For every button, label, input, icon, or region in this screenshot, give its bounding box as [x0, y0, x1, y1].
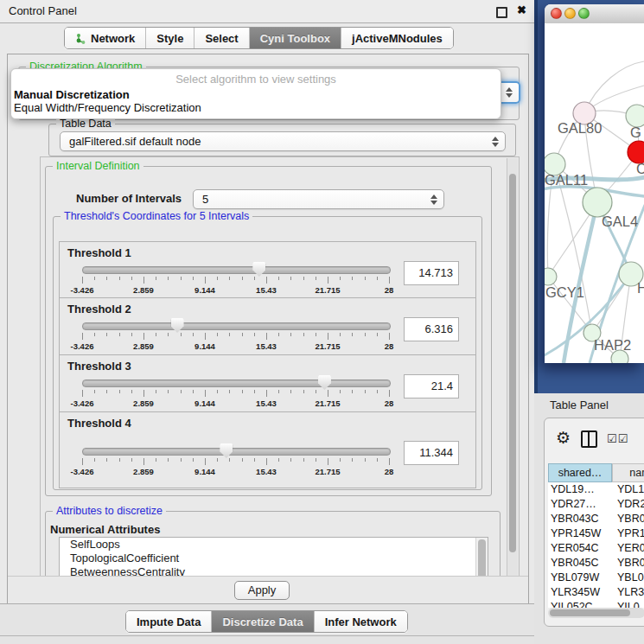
close-icon[interactable]: ✖: [517, 3, 526, 16]
slider-track[interactable]: [82, 448, 391, 456]
algorithm-dropdown-popup: Select algorithm to view settings Manual…: [10, 68, 501, 119]
table-row[interactable]: YPR145WYPR1: [548, 526, 644, 541]
scrollbar-thumb[interactable]: [509, 174, 516, 552]
network-canvas[interactable]: GAL80 G C GAL11 GAL4 GCY1 H HAP2: [545, 23, 644, 363]
slider-handle[interactable]: [220, 443, 233, 458]
cell[interactable]: YDR2: [612, 497, 644, 512]
table-row[interactable]: YDL19…YDL1: [548, 482, 644, 497]
close-traffic-light-icon[interactable]: [551, 8, 562, 19]
checkbox-icons[interactable]: ☑☑: [607, 432, 628, 445]
cell[interactable]: YDL19…: [548, 482, 612, 497]
cell[interactable]: YBL0: [612, 571, 644, 585]
tab-network[interactable]: Network: [65, 28, 145, 48]
tab-select[interactable]: Select: [194, 28, 248, 48]
slider-track[interactable]: [82, 266, 391, 274]
network-icon: [75, 33, 86, 44]
cell[interactable]: YIL052C: [548, 600, 612, 608]
tab-discretize-data[interactable]: Discretize Data: [211, 611, 313, 632]
control-panel-titlebar: Control Panel ✖: [0, 0, 534, 23]
cell[interactable]: YLR3: [612, 585, 644, 600]
apply-button[interactable]: Apply: [234, 581, 290, 600]
table-row[interactable]: YIL052CYIL0: [548, 600, 644, 608]
divider: [0, 635, 534, 636]
minimize-traffic-light-icon[interactable]: [564, 8, 576, 19]
threshold-1-row: Threshold 1 -3.4262.8599.14415.4321.7152…: [59, 241, 476, 300]
table-data-group: Table Data galFiltered.sif default node: [48, 124, 516, 156]
bottom-tab-zone: Impute Data Discretize Data Infer Networ…: [0, 603, 534, 644]
threshold-slider: -3.4262.8599.14415.4321.71528: [82, 412, 389, 488]
slider-handle[interactable]: [252, 262, 265, 277]
network-node[interactable]: [583, 188, 612, 217]
threshold-value-field[interactable]: 11.344: [404, 441, 459, 465]
cell[interactable]: YIL0: [612, 600, 644, 608]
combo-arrows-icon: [503, 87, 515, 98]
slider-handle[interactable]: [318, 375, 331, 390]
network-graph: GAL80 G C GAL11 GAL4 GCY1 H HAP2: [545, 23, 644, 363]
table-panel-title: Table Panel: [550, 399, 609, 411]
tab-cyni-toolbox[interactable]: Cyni Toolbox: [249, 28, 341, 48]
panel-scrollbar[interactable]: [507, 158, 518, 576]
cell[interactable]: YER054C: [548, 541, 612, 556]
table-row[interactable]: YDR27…YDR2: [548, 497, 644, 512]
cell[interactable]: YBR0: [612, 556, 644, 571]
network-window-titlebar[interactable]: [545, 4, 644, 24]
scrollbar-thumb[interactable]: [550, 609, 630, 616]
table-row[interactable]: YLR345WYLR3: [548, 585, 644, 600]
threshold-value-field[interactable]: 6.316: [404, 317, 459, 341]
number-of-intervals-value: 5: [194, 193, 428, 206]
tab-style[interactable]: Style: [145, 28, 194, 48]
attributes-group: Attributes to discretize Numerical Attri…: [45, 511, 501, 577]
table-row[interactable]: YER054CYER0: [548, 541, 644, 556]
table-row[interactable]: YBR043CYBR0: [548, 512, 644, 526]
threshold-value-field[interactable]: 14.713: [404, 261, 459, 285]
cell[interactable]: YLR345W: [548, 585, 612, 600]
node-label: C: [636, 161, 644, 176]
network-view-window: GAL80 G C GAL11 GAL4 GCY1 H HAP2: [545, 4, 644, 363]
scrollbar-thumb[interactable]: [478, 539, 486, 577]
column-header-shared-name[interactable]: shared…: [548, 463, 612, 482]
cell[interactable]: YBL079W: [548, 571, 612, 585]
tab-label: Discretize Data: [222, 615, 303, 628]
table-body: YDL19…YDL1 YDR27…YDR2 YBR043CYBR0 YPR145…: [548, 482, 644, 608]
tab-label: Impute Data: [137, 615, 201, 628]
dropdown-option-manual[interactable]: Manual Discretization: [11, 88, 501, 101]
desktop-edge: [534, 0, 538, 393]
tab-jactivemnodules[interactable]: jActiveMNodules: [341, 28, 453, 48]
table-row[interactable]: YBL079WYBL0: [548, 571, 644, 585]
network-node[interactable]: [545, 268, 557, 285]
column-header-name[interactable]: name: [612, 463, 644, 482]
dropdown-option-equal-width[interactable]: Equal Width/Frequency Discretization: [11, 101, 501, 114]
number-of-intervals-combo[interactable]: 5: [193, 189, 444, 209]
float-window-icon[interactable]: [496, 7, 507, 18]
cell[interactable]: YER0: [612, 541, 644, 556]
network-nodes[interactable]: [545, 102, 644, 363]
cell[interactable]: YBR0: [612, 512, 644, 526]
tab-impute-data[interactable]: Impute Data: [126, 611, 211, 632]
column-layout-icon[interactable]: [581, 430, 597, 448]
horizontal-scrollbar[interactable]: [548, 608, 644, 618]
list-item[interactable]: TopologicalCoefficient: [60, 552, 488, 565]
cell[interactable]: YBR045C: [548, 556, 612, 571]
gear-icon[interactable]: ⚙: [556, 430, 571, 446]
slider-handle[interactable]: [171, 318, 184, 333]
cell[interactable]: YBR043C: [548, 512, 612, 526]
cell[interactable]: YDL1: [612, 482, 644, 497]
zoom-traffic-light-icon[interactable]: [578, 8, 590, 19]
list-scrollbar[interactable]: [475, 538, 488, 577]
threshold-value-field[interactable]: 21.4: [404, 374, 459, 399]
slider-tick-labels: -3.4262.8599.14415.4321.71528: [82, 341, 389, 352]
numerical-attributes-label: Numerical Attributes: [50, 523, 160, 536]
cell[interactable]: YPR1: [612, 526, 644, 541]
combo-arrows-icon: [489, 137, 501, 147]
slider-track[interactable]: [82, 379, 391, 387]
tab-infer-network[interactable]: Infer Network: [314, 611, 407, 632]
slider-track[interactable]: [82, 322, 391, 330]
table-row[interactable]: YBR045CYBR0: [548, 556, 644, 571]
cell[interactable]: YDR27…: [548, 497, 612, 512]
cell[interactable]: YPR145W: [548, 526, 612, 541]
table-data-combo[interactable]: galFiltered.sif default node: [60, 131, 506, 151]
tab-label: Network: [91, 32, 135, 45]
list-item[interactable]: SelfLoops: [60, 538, 488, 552]
threshold-2-row: Threshold 2 -3.4262.8599.14415.4321.7152…: [59, 297, 476, 357]
thresholds-group: Threshold's Coordinates for 5 Intervals …: [53, 216, 482, 490]
